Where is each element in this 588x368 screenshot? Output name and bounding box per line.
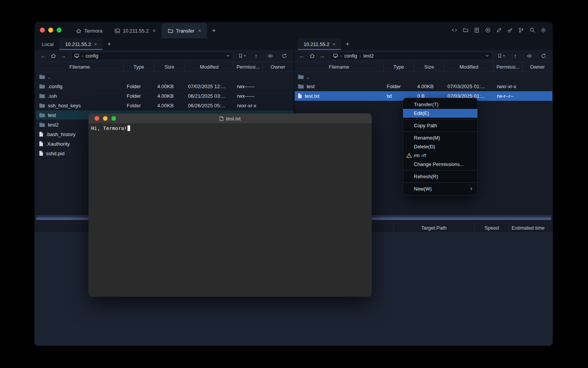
file-modified: 06/21/2025 03:...: [185, 93, 234, 99]
record-icon[interactable]: [485, 27, 491, 33]
bookmark-button[interactable]: ▾: [237, 51, 247, 61]
file-row-parent-dir[interactable]: ..: [295, 72, 552, 82]
zoom-window-button[interactable]: [57, 28, 62, 33]
right-tab-10-211-55-2[interactable]: 10.211.55.2×: [298, 38, 341, 50]
code-icon[interactable]: [451, 27, 457, 33]
column-header-permissi[interactable]: Permissi...: [234, 62, 263, 72]
file-permissions: rwxr-xr-x: [494, 84, 523, 89]
refresh-button[interactable]: [279, 51, 289, 61]
left-path-bar[interactable]: ›config: [71, 52, 233, 60]
app-tab-10-211-55-2[interactable]: 10.211.55.2×: [108, 23, 162, 38]
minimize-window-button[interactable]: [48, 28, 53, 33]
file-row-test[interactable]: testFolder4.00KB07/03/2025 01:...rwxr-xr…: [295, 82, 552, 91]
menu-item-rm-rf[interactable]: rm -rf: [403, 151, 477, 160]
editor-content[interactable]: Hi, Termora!: [88, 124, 372, 133]
menu-item-label: New(W): [414, 186, 432, 192]
search-icon[interactable]: [529, 27, 535, 33]
left-new-tab-button[interactable]: +: [103, 38, 115, 50]
settings-icon[interactable]: [541, 27, 546, 33]
menu-item-change-permissions[interactable]: Change Permissions...: [403, 160, 477, 169]
menu-item-copy-path[interactable]: Copy Path: [403, 121, 477, 130]
back-button[interactable]: ←: [38, 51, 48, 61]
show-hidden-files-button[interactable]: [524, 51, 534, 61]
close-icon[interactable]: ×: [333, 41, 336, 47]
right-panel-navbar: ←→›config›test2▾↑: [295, 50, 552, 62]
forward-button[interactable]: →: [317, 51, 327, 61]
back-button[interactable]: ←: [297, 51, 307, 61]
menu-item-label: Delete(D): [414, 144, 435, 150]
column-header-filename[interactable]: Filename: [36, 62, 124, 72]
close-icon[interactable]: ×: [94, 41, 97, 47]
home-button[interactable]: [307, 51, 317, 61]
right-new-tab-button[interactable]: +: [341, 38, 354, 50]
computer-icon: [74, 53, 79, 58]
menu-separator: [403, 131, 477, 132]
bookmark-button[interactable]: ▾: [496, 51, 506, 61]
folder-icon: [39, 122, 45, 127]
column-header-owner[interactable]: Owner: [263, 62, 293, 72]
context-menu: Transfer(T)Edit(E)Copy PathRename(M)Dele…: [403, 98, 478, 196]
app-tab-termora[interactable]: Termora: [70, 23, 108, 38]
column-header-size[interactable]: Size: [414, 62, 444, 72]
file-row-ssh-host-keys[interactable]: ssh_host_keysFolder4.00KB06/26/2025 05:.…: [36, 101, 293, 110]
left-tab-10-211-55-2[interactable]: 10.211.55.2×: [59, 38, 103, 50]
transfer-column-header-speed[interactable]: Speed: [475, 223, 509, 232]
folder-icon[interactable]: [463, 27, 469, 33]
refresh-button[interactable]: [539, 51, 549, 61]
column-header-modified[interactable]: Modified: [185, 62, 234, 72]
log-icon[interactable]: [474, 27, 480, 33]
chevron-down-icon[interactable]: [226, 54, 230, 58]
file-type: Folder: [384, 84, 414, 89]
menu-item-delete-d[interactable]: Delete(D): [403, 142, 477, 151]
path-segment: config: [344, 53, 357, 59]
app-tab-transfer[interactable]: Transfer×: [162, 23, 207, 38]
column-header-permissi[interactable]: Permissi...: [494, 62, 523, 72]
column-header-modified[interactable]: Modified: [444, 62, 494, 72]
path-separator-icon: ›: [340, 53, 342, 59]
close-icon[interactable]: ×: [152, 28, 155, 34]
new-tab-button[interactable]: +: [207, 23, 221, 38]
folder-icon: [298, 74, 304, 79]
chevron-down-icon[interactable]: [485, 54, 489, 58]
column-header-type[interactable]: Type: [124, 62, 154, 72]
menu-item-label: Change Permissions...: [414, 161, 464, 167]
forward-button[interactable]: →: [58, 51, 68, 61]
file-permissions: rwx------: [234, 84, 263, 89]
parent-directory-button[interactable]: ↑: [510, 51, 520, 61]
menu-item-refresh-r[interactable]: Refresh(R): [403, 172, 477, 181]
file-row-parent-dir[interactable]: ..: [36, 72, 293, 82]
path-separator-icon: ›: [359, 53, 361, 59]
right-path-bar[interactable]: ›config›test2: [330, 52, 492, 60]
column-header-filename[interactable]: Filename: [295, 62, 384, 72]
left-panel-tab-bar: Local10.211.55.2×+: [36, 38, 116, 50]
left-panel-column-headers: FilenameTypeSizeModifiedPermissi...Owner: [36, 62, 293, 72]
close-window-button[interactable]: [40, 28, 45, 33]
editor-titlebar[interactable]: test.txt: [88, 113, 372, 124]
parent-directory-button[interactable]: ↑: [251, 51, 261, 61]
edit-icon[interactable]: [496, 27, 502, 33]
show-hidden-files-button[interactable]: [265, 51, 275, 61]
file-row-config[interactable]: .configFolder4.00KB07/02/2025 12:...rwx-…: [36, 82, 293, 91]
transfer-column-header-target-path[interactable]: Target Path: [394, 223, 475, 232]
left-tab-local[interactable]: Local: [36, 38, 59, 50]
menu-item-transfer-t[interactable]: Transfer(T): [403, 100, 477, 109]
transfer-column-header-estimated-time[interactable]: Estimated time: [509, 223, 547, 232]
file-permissions: rwx------: [234, 93, 263, 99]
close-icon[interactable]: ×: [198, 28, 201, 34]
file-row-ssh[interactable]: .sshFolder4.00KB06/21/2025 03:...rwx----…: [36, 91, 293, 101]
file-size: 4.00KB: [414, 84, 444, 89]
branch-icon[interactable]: [518, 27, 524, 33]
menu-item-new-w[interactable]: New(W): [403, 184, 477, 193]
terminal-icon: [114, 28, 120, 34]
menu-item-rename-m[interactable]: Rename(M): [403, 133, 477, 142]
file-size: 4.00KB: [154, 93, 185, 99]
file-name: test: [48, 112, 56, 118]
column-header-owner[interactable]: Owner: [523, 62, 552, 72]
column-header-size[interactable]: Size: [154, 62, 185, 72]
key-icon[interactable]: [507, 27, 513, 33]
column-header-type[interactable]: Type: [384, 62, 414, 72]
menu-item-edit-e[interactable]: Edit(E): [403, 109, 477, 118]
path-segment: test2: [363, 53, 374, 59]
file-name: .Xauthority: [46, 141, 70, 147]
home-button[interactable]: [48, 51, 58, 61]
